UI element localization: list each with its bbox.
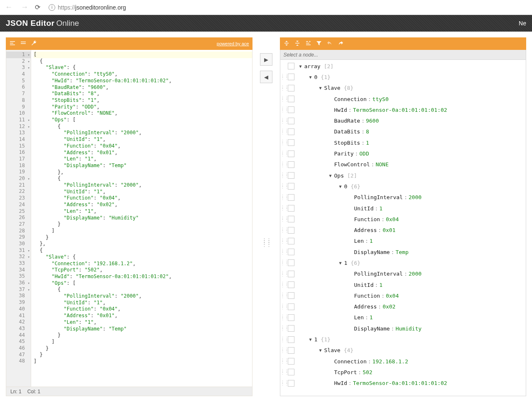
- gutter-line[interactable]: 24: [6, 202, 31, 208]
- tree-value[interactable]: 2000: [409, 271, 422, 277]
- tree-value[interactable]: ODD: [359, 150, 369, 157]
- drag-handle-icon[interactable]: ⋮⋮⋮⋮: [280, 206, 288, 210]
- tree-key[interactable]: Parity: [334, 150, 354, 157]
- drag-handle-icon[interactable]: ⋮⋮⋮⋮: [280, 326, 288, 330]
- copy-left-button[interactable]: ◀: [260, 71, 272, 83]
- code-line[interactable]: "DisplayName": "Temp": [34, 326, 252, 333]
- tree-value[interactable]: 1: [370, 314, 373, 321]
- gutter-line[interactable]: 37▾: [6, 286, 31, 293]
- code-line[interactable]: "Len": "1",: [34, 319, 252, 326]
- code-line[interactable]: "PollingInterval": "2000",: [34, 182, 252, 189]
- drag-handle-icon[interactable]: ⋮⋮⋮⋮: [280, 195, 288, 200]
- back-button[interactable]: ←: [3, 1, 14, 13]
- json-tree[interactable]: ⋮⋮⋮⋮▼array[2]⋮⋮⋮⋮▼0{1}⋮⋮⋮⋮▼Slave{8}⋮⋮⋮⋮▼…: [280, 60, 527, 396]
- tree-row[interactable]: ⋮⋮⋮⋮▼Address : 0x01: [280, 224, 526, 235]
- expand-toggle-icon[interactable]: ▼: [317, 86, 324, 90]
- expand-toggle-icon[interactable]: ▼: [297, 64, 304, 69]
- code-line[interactable]: ]: [34, 358, 252, 365]
- context-menu-button[interactable]: [288, 161, 294, 168]
- gutter-line[interactable]: 35: [6, 273, 31, 280]
- tree-row[interactable]: ⋮⋮⋮⋮▼Ops[2]: [280, 170, 526, 181]
- tree-value[interactable]: 8: [366, 128, 369, 135]
- context-menu-button[interactable]: [288, 380, 294, 387]
- code-line[interactable]: "Connection": "ttyS0",: [34, 71, 252, 78]
- code-line[interactable]: {: [34, 247, 252, 254]
- tree-row[interactable]: ⋮⋮⋮⋮▼PollingInterval : 2000: [280, 269, 526, 279]
- tree-value[interactable]: 2000: [409, 194, 422, 200]
- tree-row[interactable]: ⋮⋮⋮⋮▼1{6}: [280, 257, 526, 268]
- tree-key[interactable]: Len: [354, 238, 364, 244]
- fold-toggle-icon[interactable]: ▾: [28, 117, 30, 124]
- context-menu-button[interactable]: [288, 128, 294, 135]
- drag-handle-icon[interactable]: ⋮⋮⋮⋮: [280, 141, 288, 145]
- gutter-line[interactable]: 42: [6, 319, 31, 326]
- tree-row[interactable]: ⋮⋮⋮⋮▼Len : 1: [280, 312, 526, 323]
- gutter-line[interactable]: 30: [6, 241, 31, 247]
- gutter-line[interactable]: 48: [6, 358, 31, 365]
- drag-handle-icon[interactable]: ⋮⋮⋮⋮: [280, 228, 288, 232]
- tree-value[interactable]: 0x01: [382, 227, 395, 233]
- reload-button[interactable]: ⟳: [35, 3, 40, 11]
- gutter-line[interactable]: 40: [6, 306, 31, 313]
- code-line[interactable]: "DataBits": "8",: [34, 91, 252, 97]
- gutter-line[interactable]: 14: [6, 136, 31, 143]
- drag-handle-icon[interactable]: ⋮⋮⋮⋮: [280, 217, 288, 221]
- gutter-line[interactable]: 47: [6, 352, 31, 358]
- code-line[interactable]: "Len": "1",: [34, 156, 252, 163]
- tree-row[interactable]: ⋮⋮⋮⋮▼Connection : ttyS0: [280, 94, 526, 104]
- gutter-line[interactable]: 32▾: [6, 254, 31, 260]
- code-line[interactable]: "Address": "0x01",: [34, 150, 252, 156]
- code-line[interactable]: "Slave": {: [34, 254, 252, 261]
- context-menu-button[interactable]: [288, 249, 294, 255]
- drag-handle-icon[interactable]: ⋮⋮⋮⋮: [280, 108, 288, 112]
- gutter-line[interactable]: 9: [6, 104, 31, 111]
- gutter-line[interactable]: 1▾: [6, 52, 31, 58]
- tree-row[interactable]: ⋮⋮⋮⋮▼StopBits : 1: [280, 137, 526, 148]
- tree-row[interactable]: ⋮⋮⋮⋮▼Connection : 192.168.1.2: [280, 356, 526, 367]
- gutter-line[interactable]: 25: [6, 208, 31, 215]
- drag-handle-icon[interactable]: ⋮⋮⋮⋮: [280, 152, 288, 156]
- expand-toggle-icon[interactable]: ▼: [307, 337, 314, 342]
- gutter-line[interactable]: 36▾: [6, 280, 31, 286]
- tree-key[interactable]: PollingInterval: [354, 271, 403, 277]
- gutter-line[interactable]: 17: [6, 156, 31, 163]
- tree-row[interactable]: ⋮⋮⋮⋮▼Function : 0x04: [280, 214, 526, 224]
- tree-key[interactable]: TcpPort: [334, 369, 357, 375]
- gutter-line[interactable]: 23: [6, 195, 31, 202]
- context-menu-button[interactable]: [288, 303, 294, 310]
- tree-key[interactable]: Slave: [324, 85, 341, 91]
- context-menu-button[interactable]: [288, 150, 294, 157]
- powered-by-link[interactable]: powered by ace: [217, 41, 249, 46]
- tree-key[interactable]: array: [304, 63, 321, 69]
- tree-row[interactable]: ⋮⋮⋮⋮▼TcpPort : 502: [280, 367, 526, 377]
- tree-row[interactable]: ⋮⋮⋮⋮▼Address : 0x02: [280, 301, 526, 312]
- drag-handle-icon[interactable]: ⋮⋮⋮⋮: [280, 173, 288, 178]
- tree-key[interactable]: UnitId: [354, 282, 374, 288]
- code-line[interactable]: },: [34, 169, 252, 176]
- code-line[interactable]: }: [34, 234, 252, 241]
- context-menu-button[interactable]: [288, 74, 294, 80]
- tree-row[interactable]: ⋮⋮⋮⋮▼0{6}: [280, 181, 526, 192]
- undo-icon[interactable]: [326, 40, 333, 48]
- gutter-line[interactable]: 41: [6, 313, 31, 319]
- code-line[interactable]: "PollingInterval": "2000",: [34, 130, 252, 136]
- tree-row[interactable]: ⋮⋮⋮⋮▼BaudRate : 9600: [280, 115, 526, 126]
- drag-handle-icon[interactable]: ⋮⋮⋮⋮: [280, 316, 288, 320]
- tree-value[interactable]: Temp: [395, 249, 408, 255]
- context-menu-button[interactable]: [288, 314, 294, 321]
- tree-value[interactable]: 192.168.1.2: [373, 358, 408, 365]
- code-line[interactable]: "Len": "1",: [34, 208, 252, 215]
- context-menu-button[interactable]: [288, 96, 294, 102]
- code-line[interactable]: "Ops": [: [34, 280, 252, 287]
- gutter-line[interactable]: 18: [6, 163, 31, 169]
- gutter-line[interactable]: 19: [6, 169, 31, 175]
- gutter-line[interactable]: 44: [6, 332, 31, 339]
- tree-row[interactable]: ⋮⋮⋮⋮▼UnitId : 1: [280, 279, 526, 290]
- context-menu-button[interactable]: [288, 325, 294, 332]
- drag-handle-icon[interactable]: ⋮⋮⋮⋮: [280, 338, 288, 342]
- filter-icon[interactable]: [316, 40, 322, 48]
- splitter-handle[interactable]: ⋮⋮⋮⋮⋮⋮: [262, 239, 271, 245]
- drag-handle-icon[interactable]: ⋮⋮⋮⋮: [280, 86, 288, 90]
- address-bar[interactable]: i https://jsoneditoronline.org: [45, 4, 529, 11]
- gutter-line[interactable]: 12▾: [6, 123, 31, 130]
